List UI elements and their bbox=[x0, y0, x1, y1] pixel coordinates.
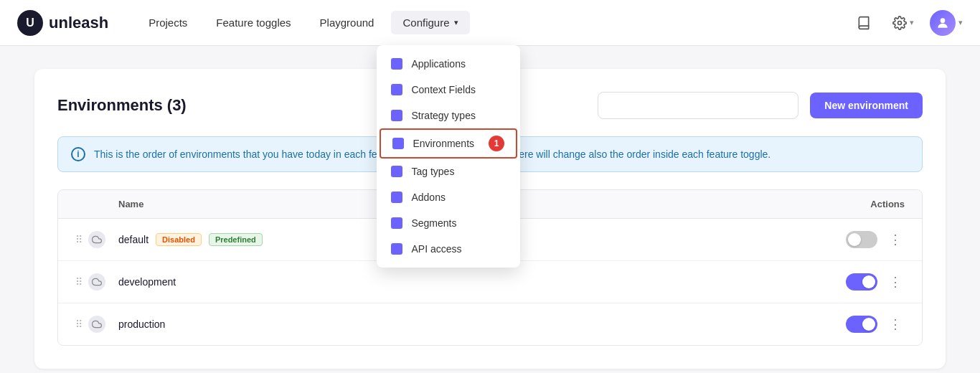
menu-item-segments[interactable]: Segments bbox=[377, 210, 520, 236]
svg-point-0 bbox=[898, 21, 902, 24]
row-left-production: ⠿ bbox=[75, 316, 118, 333]
chevron-down-icon: ▾ bbox=[910, 18, 914, 27]
cloud-icon bbox=[92, 235, 102, 245]
search-input[interactable] bbox=[598, 92, 798, 119]
applications-icon bbox=[391, 58, 402, 70]
menu-item-applications[interactable]: Applications bbox=[377, 51, 520, 77]
menu-item-environments[interactable]: Environments 1 bbox=[380, 128, 517, 159]
toggle-default[interactable] bbox=[846, 231, 877, 248]
row-left-development: ⠿ bbox=[75, 273, 118, 291]
more-options-production[interactable]: ⋮ bbox=[886, 313, 905, 335]
badge-predefined: Predefined bbox=[209, 233, 263, 246]
environments-badge: 1 bbox=[489, 136, 504, 151]
strategy-types-icon bbox=[391, 110, 402, 121]
env-icon-production bbox=[88, 316, 105, 333]
nav-item-playground[interactable]: Playground bbox=[308, 11, 386, 34]
chevron-down-icon: ▾ bbox=[958, 18, 963, 27]
logo-icon: U bbox=[17, 10, 43, 36]
context-fields-icon bbox=[391, 84, 402, 95]
toggle-knob-default bbox=[848, 233, 861, 246]
tag-types-icon bbox=[391, 166, 402, 177]
menu-item-tag-types[interactable]: Tag types bbox=[377, 159, 520, 184]
docs-button[interactable] bbox=[851, 10, 877, 36]
main-nav: Projects Feature toggles Playground Conf… bbox=[137, 11, 851, 34]
menu-item-context-fields[interactable]: Context Fields bbox=[377, 77, 520, 103]
badge-disabled: Disabled bbox=[156, 233, 202, 246]
drag-handle-icon[interactable]: ⠿ bbox=[75, 318, 83, 330]
drag-handle-icon[interactable]: ⠿ bbox=[75, 276, 83, 288]
row-name-development: development bbox=[118, 276, 846, 288]
avatar bbox=[930, 10, 956, 36]
book-icon bbox=[857, 16, 871, 30]
header-right: New environment bbox=[598, 92, 923, 119]
svg-point-1 bbox=[941, 18, 946, 23]
toggle-knob-development bbox=[862, 275, 875, 288]
new-environment-button[interactable]: New environment bbox=[810, 93, 923, 118]
environments-icon bbox=[392, 138, 404, 149]
configure-dropdown-menu: Applications Context Fields Strategy typ… bbox=[377, 45, 520, 268]
avatar-button[interactable]: ▾ bbox=[930, 10, 963, 36]
drag-handle-icon[interactable]: ⠿ bbox=[75, 234, 83, 245]
nav-item-projects[interactable]: Projects bbox=[137, 11, 199, 34]
row-actions-development: ⋮ bbox=[846, 271, 905, 293]
row-actions-default: ⋮ bbox=[846, 229, 905, 250]
env-icon-development bbox=[88, 273, 105, 291]
chevron-down-icon: ▾ bbox=[454, 18, 458, 27]
more-options-development[interactable]: ⋮ bbox=[886, 271, 905, 293]
settings-button[interactable]: ▾ bbox=[885, 11, 921, 34]
toggle-knob-production bbox=[862, 318, 875, 331]
menu-item-strategy-types[interactable]: Strategy types bbox=[377, 103, 520, 128]
toggle-production[interactable] bbox=[846, 316, 877, 333]
addons-icon bbox=[391, 192, 402, 203]
table-row: ⠿ production ⋮ bbox=[58, 303, 922, 345]
nav-item-feature-toggles[interactable]: Feature toggles bbox=[204, 11, 302, 34]
toggle-development[interactable] bbox=[846, 273, 877, 291]
col-header-actions: Actions bbox=[870, 199, 905, 209]
cloud-icon bbox=[92, 277, 102, 287]
nav-item-configure[interactable]: Configure ▾ bbox=[391, 11, 469, 34]
user-icon bbox=[936, 16, 950, 30]
row-left-default: ⠿ bbox=[75, 231, 118, 248]
page-title: Environments (3) bbox=[57, 96, 187, 115]
navbar-right: ▾ ▾ bbox=[851, 10, 963, 36]
navbar: U unleash Projects Feature toggles Playg… bbox=[0, 0, 980, 46]
segments-icon bbox=[391, 217, 402, 229]
logo-link[interactable]: U unleash bbox=[17, 10, 108, 36]
gear-icon bbox=[892, 16, 907, 30]
menu-item-addons[interactable]: Addons bbox=[377, 184, 520, 210]
api-access-icon bbox=[391, 243, 402, 255]
row-name-production: production bbox=[118, 318, 846, 330]
menu-item-api-access[interactable]: API access bbox=[377, 236, 520, 262]
env-icon-default bbox=[88, 231, 105, 248]
logo-text: unleash bbox=[49, 14, 108, 32]
row-actions-production: ⋮ bbox=[846, 313, 905, 335]
more-options-default[interactable]: ⋮ bbox=[886, 229, 905, 250]
cloud-icon bbox=[92, 319, 102, 329]
info-icon: i bbox=[71, 147, 85, 161]
configure-dropdown-container: Configure ▾ Applications Context Fields … bbox=[391, 11, 469, 34]
